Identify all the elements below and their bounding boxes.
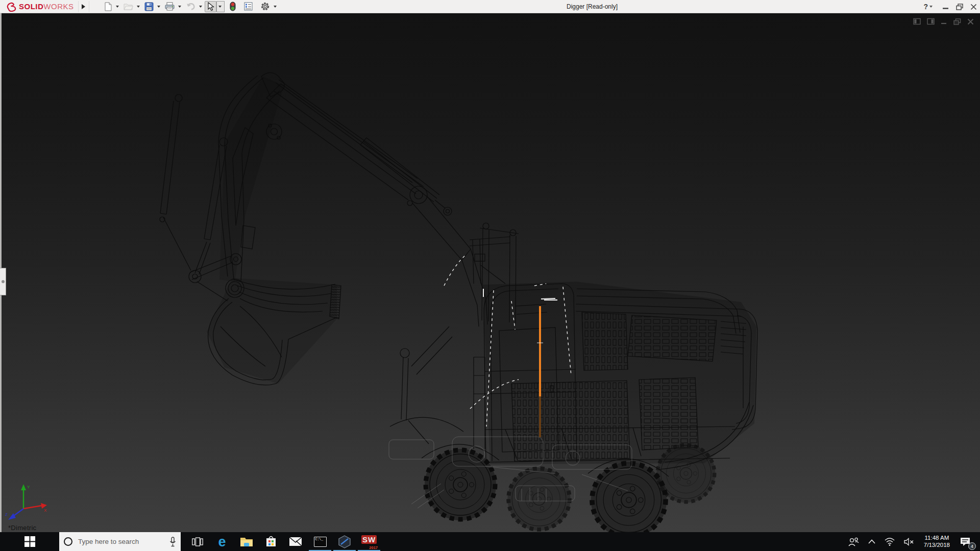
close-button[interactable]: [970, 4, 977, 10]
triad-x-label: X: [44, 508, 47, 513]
solidworks-logo-icon: [5, 2, 17, 12]
command-prompt-icon: C:\_: [314, 537, 327, 547]
solidworks-app-window: SOLIDWORKS: [0, 0, 980, 551]
select-cursor-icon: [207, 2, 214, 11]
taskbar-icon-edge[interactable]: e: [210, 532, 234, 551]
windows-logo-icon: [24, 536, 35, 547]
taskbar-icon-command-prompt[interactable]: C:\_: [308, 532, 332, 551]
document-restore-icon[interactable]: [953, 18, 961, 25]
options-gear-icon: [260, 2, 270, 11]
search-input[interactable]: Type here to search: [59, 532, 181, 551]
help-icon: ?: [923, 3, 928, 11]
edge-icon: e: [218, 535, 226, 548]
undo-button[interactable]: [184, 1, 198, 12]
clock-time: 11:48 AM: [924, 535, 950, 542]
brand-light: WORKS: [43, 2, 74, 11]
show-hidden-icons-button[interactable]: [864, 532, 880, 551]
network-button[interactable]: [880, 532, 899, 551]
taskbar-icon-solidworks-2017[interactable]: SW 2017: [357, 532, 381, 551]
document-minimize-icon[interactable]: [941, 18, 947, 25]
new-document-button[interactable]: [102, 1, 114, 12]
solidworks-logo: SOLIDWORKS: [0, 0, 78, 13]
windows-taskbar: Type here to search e: [0, 532, 980, 551]
file-properties-icon: [244, 2, 253, 11]
triad-y-label: Y: [27, 485, 30, 489]
undo-caret[interactable]: [199, 6, 202, 8]
search-placeholder: Type here to search: [72, 538, 169, 545]
system-tray: 11:48 AM 7/13/2018 4: [843, 532, 980, 551]
taskbar-app-icons: e: [185, 532, 381, 551]
window-controls: ?: [923, 0, 977, 13]
rebuild-button[interactable]: [228, 1, 238, 12]
flyout-arrow-icon: [82, 4, 85, 9]
open-caret[interactable]: [137, 6, 140, 8]
action-center-button[interactable]: 4: [955, 532, 978, 551]
save-button[interactable]: [142, 1, 156, 12]
taskbar-icon-store[interactable]: [259, 532, 283, 551]
open-icon: [124, 3, 133, 11]
people-button[interactable]: [843, 532, 864, 551]
cortana-icon: [64, 537, 72, 546]
document-window-controls: [913, 18, 974, 25]
triad-z-label: Z: [5, 512, 8, 517]
taskbar-clock[interactable]: 11:48 AM 7/13/2018: [919, 535, 955, 548]
pane-left-icon[interactable]: [913, 18, 921, 25]
graphics-viewport[interactable]: Y X Z *Dimetric: [0, 13, 980, 532]
print-caret[interactable]: [178, 6, 181, 8]
wireframe-digger-model[interactable]: [0, 13, 980, 532]
store-icon: [265, 536, 277, 547]
save-caret[interactable]: [157, 6, 160, 8]
orientation-triad: Y X Z: [3, 482, 49, 522]
open-button[interactable]: [121, 1, 135, 12]
view-orientation-label: *Dimetric: [8, 524, 36, 532]
task-view-icon: [192, 537, 203, 547]
brand-bold: SOLID: [19, 2, 43, 11]
chevron-up-icon: [868, 539, 875, 544]
title-bar: SOLIDWORKS: [0, 0, 980, 13]
print-icon: [165, 2, 175, 11]
mail-icon: [289, 537, 302, 546]
restore-button[interactable]: [956, 4, 963, 10]
save-icon: [144, 2, 154, 11]
undo-icon: [186, 3, 195, 11]
taskbar-icon-mail[interactable]: [283, 532, 308, 551]
composer-hexagon-icon: [338, 535, 351, 548]
file-properties-button[interactable]: [242, 1, 255, 12]
volume-muted-icon: [904, 538, 914, 546]
brand-wordmark: SOLIDWORKS: [19, 2, 74, 11]
start-button[interactable]: [0, 532, 59, 551]
featuremanager-collapsed-tab[interactable]: [0, 268, 6, 295]
window-title: Digger [Read-only]: [271, 0, 914, 13]
expand-pane-icon: [2, 280, 5, 283]
options-caret[interactable]: [274, 6, 277, 8]
new-document-icon: [104, 2, 112, 11]
select-caret[interactable]: [216, 1, 225, 12]
clock-date: 7/13/2018: [924, 542, 950, 549]
print-button[interactable]: [163, 1, 177, 12]
notification-count-badge: 4: [968, 542, 976, 550]
rebuild-traffic-light-icon: [230, 2, 236, 11]
people-icon: [848, 537, 859, 546]
taskbar-icon-file-explorer[interactable]: [234, 532, 259, 551]
new-document-caret[interactable]: [116, 6, 119, 8]
taskbar-icon-composer[interactable]: [332, 532, 357, 551]
help-button[interactable]: ?: [923, 3, 935, 11]
wifi-icon: [885, 538, 895, 546]
document-close-icon[interactable]: [967, 18, 974, 25]
menu-flyout-arrow[interactable]: [78, 1, 89, 12]
options-button[interactable]: [258, 1, 272, 12]
main-toolbar: [102, 0, 279, 13]
solidworks-2017-icon: SW 2017: [361, 535, 377, 548]
pane-right-icon[interactable]: [927, 18, 935, 25]
volume-button[interactable]: [899, 532, 919, 551]
select-button[interactable]: [205, 1, 216, 12]
minimize-button[interactable]: [942, 4, 949, 10]
microphone-icon[interactable]: [169, 537, 177, 547]
file-explorer-icon: [240, 536, 253, 547]
help-caret: [929, 6, 933, 8]
task-view-button[interactable]: [185, 532, 210, 551]
